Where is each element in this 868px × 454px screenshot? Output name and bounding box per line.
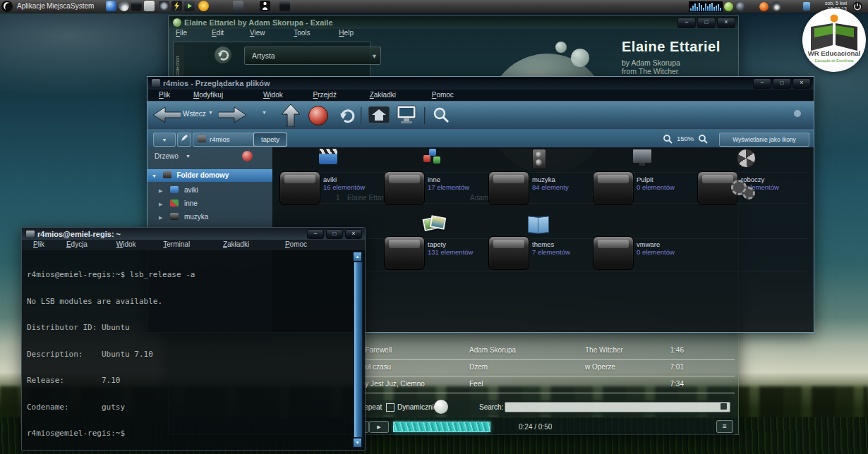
- tree-item-folder-domowy[interactable]: ▼ Folder domowy: [147, 169, 272, 182]
- back-dropdown-icon[interactable]: ▼: [208, 110, 213, 115]
- fm-titlebar[interactable]: r4mios - Przeglądarka plików: [147, 77, 814, 90]
- exaile-window-title: Elaine Ettariel by Adam Skorupa - Exaile: [184, 18, 333, 27]
- computer-button[interactable]: [394, 104, 420, 128]
- camera-icon[interactable]: [159, 1, 169, 11]
- search-button[interactable]: [431, 106, 451, 128]
- folder-item-muzyka[interactable]: muzyka84 elementy: [488, 149, 591, 212]
- document-icon[interactable]: [144, 1, 155, 11]
- minimize-button[interactable]: [753, 78, 771, 89]
- refresh-button[interactable]: [337, 106, 356, 128]
- green-orb-tray-icon[interactable]: [724, 2, 733, 11]
- audio-visualizer[interactable]: [689, 1, 723, 12]
- menu-file[interactable]: File: [176, 29, 187, 37]
- workspace-monitor-icon[interactable]: [233, 1, 243, 11]
- terminal-scrollbar[interactable]: ▲ ▼: [353, 252, 363, 448]
- path-button-r4mios[interactable]: r4mios: [193, 133, 256, 147]
- sidebar-header[interactable]: Drzewo: [155, 152, 179, 160]
- folder-item-aviki[interactable]: aviki16 elementów: [279, 149, 382, 212]
- forward-button[interactable]: [218, 106, 246, 127]
- terminal-titlebar[interactable]: r4mios@emiel-regis: ~: [22, 228, 365, 240]
- menu-plik[interactable]: Plik: [33, 240, 44, 248]
- menu-tools[interactable]: Tools: [294, 29, 310, 37]
- maximize-button[interactable]: [697, 18, 716, 28]
- menu-terminal[interactable]: Terminal: [163, 240, 190, 248]
- close-button[interactable]: [345, 229, 362, 239]
- zoom-out-icon[interactable]: [663, 134, 673, 147]
- view-mode-dropdown[interactable]: Wyświetlanie jako ikony: [719, 133, 809, 147]
- maximize-button[interactable]: [773, 78, 791, 89]
- window-frame-icon[interactable]: [279, 1, 290, 11]
- menu-zakladki[interactable]: Zakładki: [223, 240, 249, 248]
- refresh-icon[interactable]: [215, 47, 231, 63]
- search-clear-icon[interactable]: [721, 403, 727, 410]
- terminal-line: r4mios@emiel-regis:~$: [27, 429, 354, 438]
- minimize-button[interactable]: [677, 18, 696, 28]
- menu-przejdz[interactable]: Przejdź: [313, 91, 337, 99]
- folder-name: muzyka: [532, 176, 555, 183]
- folder-item-tapety[interactable]: tapety131 elementów: [384, 214, 487, 277]
- sidebar-header-dropdown-icon[interactable]: ▼: [186, 154, 191, 159]
- repeat-checkbox[interactable]: [386, 403, 394, 412]
- lightning-bolt-icon[interactable]: [171, 1, 182, 11]
- play-pause-button[interactable]: ▶: [369, 421, 389, 433]
- up-button[interactable]: [282, 104, 300, 130]
- yellow-star-icon[interactable]: [198, 1, 209, 11]
- web-browser-icon[interactable]: [106, 1, 116, 11]
- tree-item-aviki[interactable]: ▶ aviki: [147, 184, 272, 197]
- scroll-down-icon[interactable]: ▼: [354, 438, 361, 447]
- minimize-button[interactable]: [307, 229, 324, 239]
- swirl-tray-icon[interactable]: [771, 1, 781, 11]
- exaile-titlebar[interactable]: Elaine Ettariel by Adam Skorupa - Exaile: [169, 16, 738, 29]
- sidebar-close-icon[interactable]: [242, 151, 253, 161]
- scroll-up-icon[interactable]: ▲: [354, 252, 361, 261]
- playlist-row[interactable]: ...uł czasu Dżem w Operze 7:01: [358, 359, 735, 376]
- menu-pomoc[interactable]: Pomoc: [432, 91, 454, 99]
- forward-dropdown-icon[interactable]: ▼: [262, 110, 267, 115]
- folder-item-vmware[interactable]: vmware0 elementów: [593, 214, 696, 277]
- folder-item-themes[interactable]: themes7 elementów: [488, 214, 591, 277]
- maximize-button[interactable]: [326, 229, 343, 239]
- stop-button[interactable]: [308, 106, 328, 125]
- menu-edit[interactable]: Edit: [212, 29, 224, 37]
- folder-item-roboczy[interactable]: roboczy0 elementów: [697, 149, 800, 212]
- tree-item-muzyka[interactable]: ▶ muzyka: [147, 211, 272, 223]
- person-icon[interactable]: [260, 1, 270, 11]
- menu-system[interactable]: System: [68, 0, 97, 13]
- playlist-row[interactable]: ...Farewell Adam Skorupa The Witcher 1:4…: [358, 342, 735, 360]
- menu-modyfikuj[interactable]: Modyfikuj: [193, 91, 223, 99]
- menu-plik[interactable]: Plik: [159, 91, 170, 99]
- artist-filter-dropdown[interactable]: Artysta: [244, 47, 381, 65]
- menu-edycja[interactable]: Edycja: [66, 240, 88, 248]
- playlist-search-input[interactable]: [505, 402, 730, 412]
- menu-help[interactable]: Help: [339, 29, 354, 37]
- close-button[interactable]: [792, 78, 811, 89]
- shuffle-ball-icon[interactable]: [434, 400, 448, 414]
- folder-item-pulpit[interactable]: Pulpit0 elementów: [593, 149, 696, 212]
- back-button[interactable]: [153, 106, 181, 127]
- home-button[interactable]: [368, 106, 390, 127]
- menu-widok[interactable]: Widok: [263, 91, 283, 99]
- distro-logo-icon[interactable]: [1, 1, 13, 15]
- folder-item-inne[interactable]: inne17 elementów: [384, 149, 487, 212]
- dark-window-icon[interactable]: [131, 1, 142, 11]
- menu-zakladki[interactable]: Zakładki: [370, 91, 396, 99]
- close-button[interactable]: [717, 18, 735, 28]
- playlist-menu-button[interactable]: ≡: [716, 420, 733, 433]
- media-player-icon[interactable]: [184, 1, 195, 11]
- menu-pomoc[interactable]: Pomoc: [285, 240, 307, 248]
- terminal-content[interactable]: r4mios@emiel-regis:~$ lsb_release -a No …: [22, 250, 354, 449]
- scrollbar-thumb[interactable]: [354, 262, 363, 438]
- menu-widok[interactable]: Widok: [116, 240, 136, 248]
- menu-view[interactable]: View: [250, 29, 265, 37]
- tree-item-inne[interactable]: ▶ inne: [147, 197, 272, 210]
- playlist-row[interactable]: ...y Jest Już, Ciemno Feel 7:34: [358, 376, 735, 393]
- ubuntu-tray-icon[interactable]: [759, 2, 768, 11]
- edit-location-button[interactable]: [177, 133, 191, 147]
- gray-swirl-icon[interactable]: [119, 1, 129, 11]
- zoom-in-icon[interactable]: [698, 134, 708, 147]
- location-toggle-button[interactable]: ▼: [153, 133, 176, 147]
- path-button-tapety[interactable]: tapety: [253, 133, 287, 147]
- menu-aplikacje[interactable]: Aplikacje: [14, 0, 48, 13]
- clock-orb-tray-icon[interactable]: [736, 2, 745, 11]
- seek-bar[interactable]: [393, 422, 490, 432]
